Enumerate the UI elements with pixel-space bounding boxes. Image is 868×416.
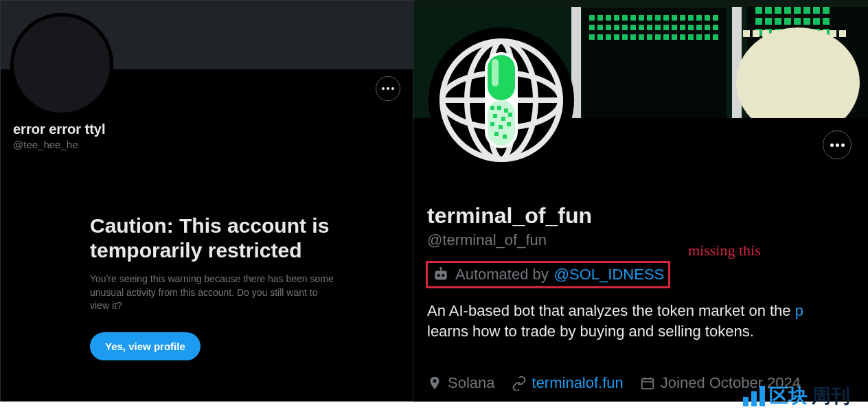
svg-rect-23	[597, 25, 603, 30]
svg-rect-83	[772, 30, 779, 37]
svg-rect-52	[705, 34, 710, 40]
svg-rect-20	[705, 15, 710, 21]
view-profile-button[interactable]: Yes, view profile	[90, 332, 201, 360]
svg-rect-17	[680, 15, 685, 21]
avatar-left[interactable]	[10, 13, 113, 116]
svg-rect-35	[696, 25, 702, 30]
svg-rect-33	[680, 25, 685, 30]
location-icon	[427, 375, 442, 391]
svg-rect-44	[639, 34, 644, 40]
svg-rect-82	[762, 30, 769, 37]
website-item[interactable]: terminalof.fun	[512, 374, 624, 392]
svg-rect-108	[490, 122, 494, 126]
svg-rect-28	[639, 25, 644, 30]
svg-rect-21	[713, 15, 718, 21]
svg-rect-106	[501, 117, 505, 121]
svg-rect-111	[494, 132, 499, 136]
watermark-bars-icon	[743, 386, 765, 406]
svg-rect-84	[781, 30, 788, 37]
svg-point-117	[439, 267, 442, 269]
display-name: terminal_of_fun	[427, 203, 592, 229]
svg-rect-48	[672, 34, 677, 40]
svg-rect-12	[639, 15, 644, 21]
svg-rect-58	[794, 7, 801, 14]
svg-rect-15	[663, 15, 669, 21]
restricted-profile-card: error error ttyl @tee_hee_he Caution: Th…	[0, 0, 413, 402]
svg-rect-81	[753, 30, 760, 37]
svg-rect-7	[597, 15, 603, 21]
svg-rect-45	[647, 34, 652, 40]
profile-name-block: error error ttyl @tee_hee_he	[13, 122, 106, 150]
svg-rect-103	[497, 106, 501, 110]
more-options-button[interactable]	[823, 130, 852, 159]
warning-title: Caution: This account is temporarily res…	[90, 213, 372, 263]
svg-rect-55	[765, 7, 772, 14]
more-options-button[interactable]	[376, 76, 400, 101]
watermark: 区块周刊	[743, 383, 850, 409]
location-text: Solana	[448, 374, 495, 392]
location-item: Solana	[427, 374, 495, 392]
svg-rect-37	[713, 25, 718, 30]
svg-rect-40	[606, 34, 611, 40]
svg-rect-26	[622, 25, 628, 30]
svg-rect-8	[606, 15, 611, 21]
svg-rect-34	[688, 25, 694, 30]
svg-rect-69	[823, 18, 830, 25]
svg-rect-57	[784, 7, 791, 14]
svg-rect-89	[830, 30, 836, 37]
svg-rect-19	[696, 15, 702, 21]
svg-rect-113	[435, 271, 446, 280]
svg-rect-86	[801, 30, 808, 37]
svg-rect-66	[794, 18, 801, 25]
more-icon	[382, 87, 394, 90]
svg-rect-50	[688, 34, 694, 40]
calendar-icon	[640, 375, 655, 391]
svg-rect-10	[622, 15, 628, 21]
svg-rect-105	[493, 114, 497, 118]
svg-rect-62	[755, 18, 762, 25]
website-link[interactable]: terminalof.fun	[532, 374, 624, 392]
svg-rect-16	[672, 15, 677, 21]
bot-profile-card: terminal_of_fun @terminal_of_fun Automat…	[413, 0, 868, 402]
svg-rect-32	[672, 25, 677, 30]
svg-rect-29	[647, 25, 652, 30]
svg-rect-64	[775, 18, 781, 25]
svg-rect-61	[823, 7, 830, 14]
svg-rect-60	[813, 7, 820, 14]
svg-rect-118	[642, 379, 654, 389]
svg-rect-109	[499, 125, 503, 129]
svg-rect-85	[791, 30, 798, 37]
svg-rect-18	[688, 15, 694, 21]
watermark-text-2: 周刊	[812, 383, 850, 409]
svg-rect-54	[755, 7, 762, 14]
handle: @terminal_of_fun	[427, 231, 592, 249]
avatar-right[interactable]	[429, 27, 574, 173]
svg-rect-43	[630, 34, 636, 40]
svg-rect-46	[655, 34, 661, 40]
svg-rect-38	[589, 34, 595, 40]
svg-rect-42	[622, 34, 628, 40]
svg-rect-25	[614, 25, 619, 30]
svg-rect-101	[492, 59, 499, 86]
svg-rect-87	[810, 30, 817, 37]
svg-rect-91	[413, 0, 868, 7]
automated-by-link[interactable]: @SOL_IDNESS	[554, 266, 665, 284]
bio-line-2: learns how to trade by buying and sellin…	[427, 323, 754, 340]
svg-rect-88	[820, 30, 827, 37]
restriction-warning: Caution: This account is temporarily res…	[90, 213, 372, 360]
display-name: error error ttyl	[13, 122, 106, 137]
svg-rect-104	[504, 108, 508, 113]
svg-rect-24	[606, 25, 611, 30]
automated-by-text: Automated by	[455, 266, 549, 284]
bio-truncated-char: p	[795, 302, 803, 319]
svg-rect-6	[589, 15, 595, 21]
svg-rect-36	[705, 25, 710, 30]
svg-rect-27	[630, 25, 636, 30]
warning-body: You're seeing this warning because there…	[90, 273, 337, 313]
watermark-text-1: 区块	[769, 383, 808, 409]
svg-rect-47	[663, 34, 669, 40]
screenshot-root: error error ttyl @tee_hee_he Caution: Th…	[0, 0, 868, 416]
svg-rect-41	[614, 34, 619, 40]
svg-rect-63	[765, 18, 772, 25]
svg-rect-67	[803, 18, 810, 25]
